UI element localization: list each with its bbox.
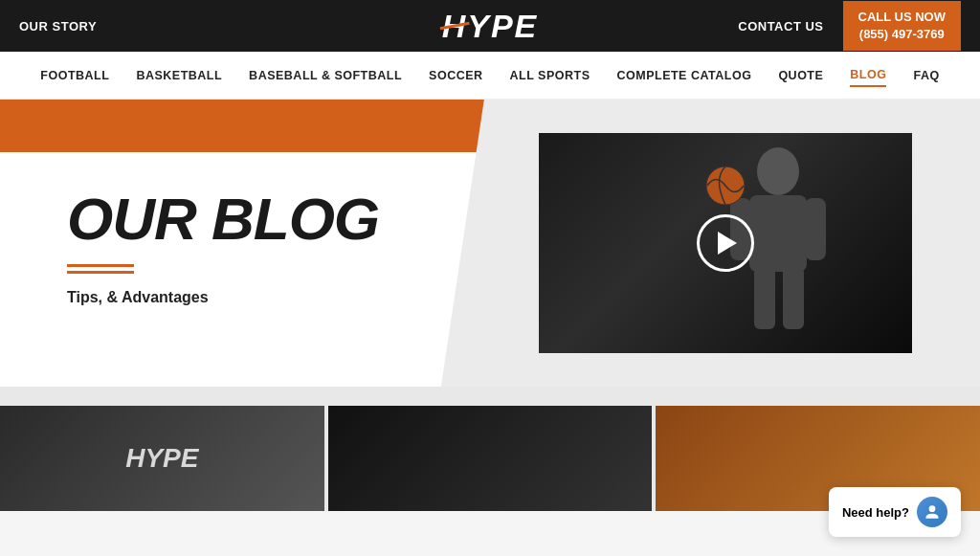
chat-widget[interactable]: Need help? (829, 487, 961, 511)
nav-blog[interactable]: BLOG (850, 64, 886, 87)
video-thumbnail[interactable] (539, 133, 912, 353)
nav-football[interactable]: FOOTBALL (40, 65, 109, 86)
svg-rect-5 (783, 267, 804, 329)
svg-point-0 (757, 147, 799, 195)
card-1-label: HYPE (125, 443, 198, 474)
nav-quote[interactable]: QUOTE (778, 65, 823, 86)
blog-title: OUR BLOG (67, 189, 442, 249)
nav-faq[interactable]: FAQ (913, 65, 939, 86)
logo-h: H (442, 8, 468, 45)
divider-decoration (67, 264, 442, 274)
call-us-button[interactable]: CALL US NOW (855) 497-3769 (843, 1, 961, 51)
logo[interactable]: HYPE (442, 8, 539, 45)
hero-right (490, 100, 980, 387)
svg-rect-4 (754, 267, 775, 329)
blog-subtitle: Tips, & Advantages (67, 289, 442, 306)
nav-baseball-softball[interactable]: BASEBALL & SOFTBALL (249, 65, 402, 86)
top-bar: OUR STORY HYPE CONTACT US CALL US NOW (8… (0, 0, 980, 52)
chat-label: Need help? (842, 505, 909, 512)
nav-soccer[interactable]: SOCCER (429, 65, 482, 86)
card-item-1[interactable]: HYPE (0, 406, 324, 511)
nav-basketball[interactable]: BASKETBALL (136, 65, 222, 86)
nav-bar: FOOTBALL BASKETBALL BASEBALL & SOFTBALL … (0, 52, 980, 100)
contact-us-link[interactable]: CONTACT US (738, 19, 823, 33)
play-icon (718, 232, 737, 255)
hero-section: OUR BLOG Tips, & Advantages (0, 100, 980, 387)
card-item-2[interactable] (328, 406, 653, 511)
svg-rect-3 (805, 198, 826, 260)
svg-point-7 (929, 505, 936, 511)
our-story-link[interactable]: OUR STORY (19, 19, 97, 33)
chat-avatar (917, 497, 947, 511)
play-button[interactable] (697, 214, 754, 272)
logo-text: HYPE (442, 8, 539, 45)
divider-line-1 (67, 264, 134, 267)
divider-line-2 (67, 271, 134, 274)
nav-complete-catalog[interactable]: COMPLETE CATALOG (617, 65, 752, 86)
svg-rect-1 (749, 195, 807, 272)
nav-all-sports[interactable]: ALL SPORTS (510, 65, 590, 86)
top-bar-right: CONTACT US CALL US NOW (855) 497-3769 (738, 1, 961, 51)
hero-left: OUR BLOG Tips, & Advantages (0, 100, 490, 387)
